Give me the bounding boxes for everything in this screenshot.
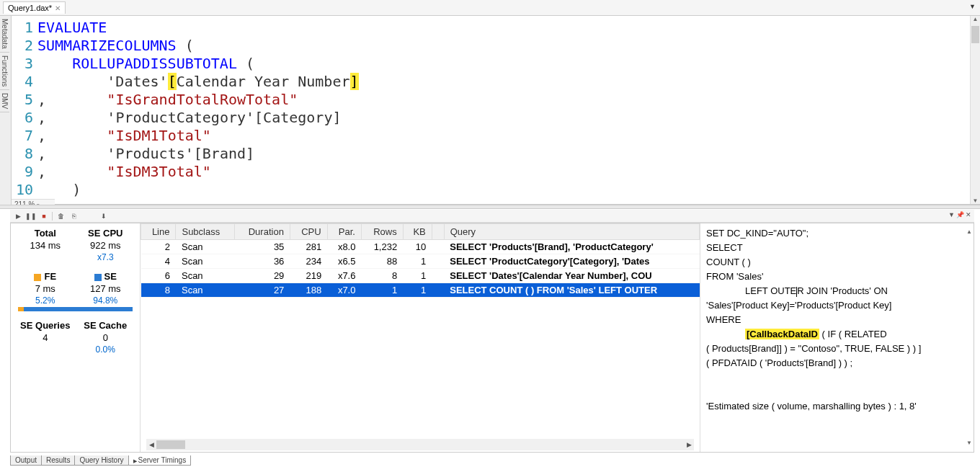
- pause-icon[interactable]: ❚❚: [26, 211, 36, 221]
- line-gutter: 123 456 789 10: [12, 16, 37, 204]
- total-value: 134 ms: [15, 240, 76, 251]
- hscroll-thumb[interactable]: [156, 440, 185, 449]
- close-icon[interactable]: ✕: [55, 4, 61, 12]
- file-tab-label: Query1.dax*: [8, 4, 52, 12]
- timing-stats: Total SE CPU 134 ms 922 ms x7.3 FE SE 7 …: [11, 223, 141, 452]
- table-row[interactable]: 8Scan27188x7.011SELECT COUNT ( ) FROM 'S…: [141, 283, 700, 298]
- se-cache-label: SE Cache: [76, 320, 136, 331]
- copy-icon[interactable]: ⎘: [68, 211, 79, 221]
- table-row[interactable]: 6Scan29219x7.681SELECT 'Dates'[Calendar …: [141, 269, 700, 283]
- code-editor[interactable]: 123 456 789 10 EVALUATE SUMMARIZECOLUMNS…: [12, 16, 980, 205]
- bottom-tab-strip: Output Results Query History ▶ Server Ti…: [10, 455, 190, 466]
- table-hscrollbar[interactable]: ◀ ▶: [146, 439, 694, 450]
- tab-output[interactable]: Output: [10, 455, 42, 466]
- tab-overflow-dropdown[interactable]: ▼: [969, 3, 976, 10]
- file-tab-bar: Query1.dax* ✕ ▼: [0, 0, 980, 16]
- se-cpu-value: 922 ms: [76, 240, 136, 251]
- code-area[interactable]: EVALUATE SUMMARIZECOLUMNS ( ROLLUPADDISS…: [37, 16, 970, 204]
- fe-pct: 5.2%: [15, 295, 76, 306]
- editor-vscrollbar[interactable]: ▲ ▼: [970, 16, 980, 204]
- se-queries-value: 4: [15, 332, 76, 343]
- scroll-right-icon[interactable]: ▶: [684, 441, 694, 448]
- total-label: Total: [15, 228, 76, 239]
- tab-server-timings[interactable]: ▶ Server Timings: [128, 455, 192, 466]
- se-cache-value: 0: [76, 332, 136, 343]
- table-header-row: Line Subclass Duration CPU Par. Rows KB …: [141, 224, 700, 240]
- scroll-down-icon[interactable]: ▼: [966, 436, 972, 450]
- scroll-thumb[interactable]: [971, 26, 979, 43]
- dropdown-icon[interactable]: ▼: [948, 211, 955, 218]
- close-panel-icon[interactable]: ✕: [966, 211, 971, 218]
- server-timings-panel: Total SE CPU 134 ms 922 ms x7.3 FE SE 7 …: [10, 223, 974, 453]
- query-detail-pane[interactable]: ▲ SET DC_KIND="AUTO"; SELECT COUNT ( ) F…: [700, 223, 974, 452]
- trash-icon[interactable]: 🗑: [55, 211, 66, 221]
- scroll-up-icon[interactable]: ▲: [966, 225, 972, 239]
- parallel-factor: x7.3: [76, 252, 136, 262]
- side-tab-functions[interactable]: Functions: [0, 53, 9, 90]
- scroll-down-icon[interactable]: ▼: [971, 197, 980, 204]
- table-row[interactable]: 4Scan36234x6.5881SELECT 'ProductCategory…: [141, 254, 700, 269]
- scroll-up-icon[interactable]: ▲: [971, 16, 980, 22]
- pin-icon[interactable]: 📌: [956, 211, 964, 218]
- side-tab-dmv[interactable]: DMV: [0, 90, 9, 112]
- table-row[interactable]: 2Scan35281x8.01,23210SELECT 'Products'[B…: [141, 240, 700, 254]
- callback-highlight: [CallbackDataID: [745, 329, 819, 339]
- se-value: 127 ms: [76, 283, 136, 294]
- side-tab-strip: Metadata Functions DMV: [0, 16, 12, 205]
- scroll-left-icon[interactable]: ◀: [146, 441, 156, 448]
- stop-icon[interactable]: ■: [39, 211, 49, 221]
- scan-events-table: Line Subclass Duration CPU Par. Rows KB …: [141, 223, 700, 452]
- fe-color-swatch: [34, 274, 41, 281]
- horizontal-splitter[interactable]: [0, 205, 980, 209]
- play-icon[interactable]: ▶: [13, 211, 23, 221]
- se-cpu-label: SE CPU: [76, 228, 136, 239]
- tab-query-history[interactable]: Query History: [74, 455, 128, 466]
- fe-value: 7 ms: [15, 283, 76, 294]
- fe-se-bar: [18, 307, 133, 311]
- se-pct: 94.8%: [76, 295, 136, 306]
- export-icon[interactable]: ⬇: [99, 211, 109, 221]
- tab-results[interactable]: Results: [41, 455, 75, 466]
- side-tab-metadata[interactable]: Metadata: [0, 16, 9, 53]
- bottom-toolbar: ▶ ❚❚ ■ 🗑 ⎘ ⬇ ▼ 📌 ✕: [10, 210, 974, 223]
- se-color-swatch: [94, 274, 102, 281]
- file-tab[interactable]: Query1.dax* ✕: [3, 1, 66, 14]
- se-cache-pct: 0.0%: [76, 344, 136, 355]
- se-queries-label: SE Queries: [15, 320, 76, 331]
